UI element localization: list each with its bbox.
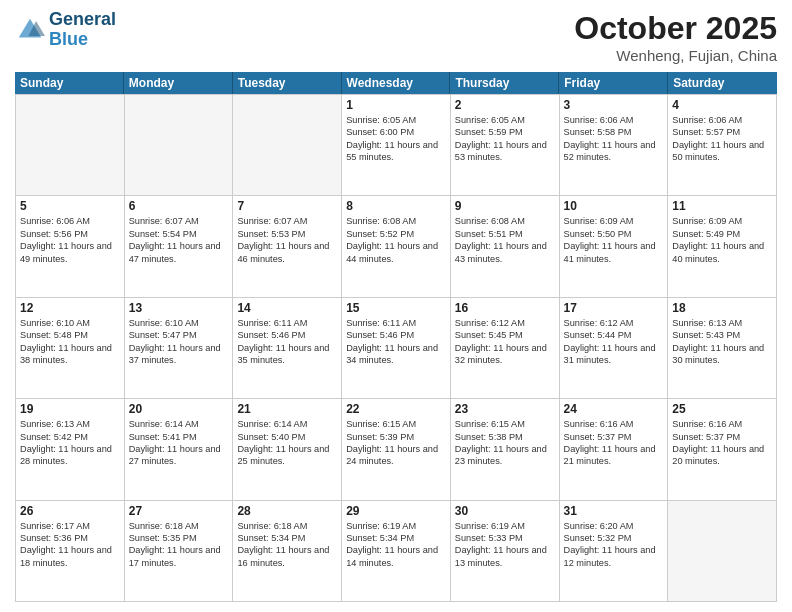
cal-cell-20: 20Sunrise: 6:14 AM Sunset: 5:41 PM Dayli… (125, 399, 234, 500)
day-info: Sunrise: 6:14 AM Sunset: 5:40 PM Dayligh… (237, 418, 337, 468)
day-info: Sunrise: 6:06 AM Sunset: 5:58 PM Dayligh… (564, 114, 664, 164)
day-info: Sunrise: 6:13 AM Sunset: 5:42 PM Dayligh… (20, 418, 120, 468)
day-number: 13 (129, 301, 229, 315)
cal-cell-25: 25Sunrise: 6:16 AM Sunset: 5:37 PM Dayli… (668, 399, 777, 500)
day-number: 7 (237, 199, 337, 213)
day-number: 12 (20, 301, 120, 315)
logo-line1: General (49, 10, 116, 30)
cal-cell-10: 10Sunrise: 6:09 AM Sunset: 5:50 PM Dayli… (560, 196, 669, 297)
day-info: Sunrise: 6:18 AM Sunset: 5:35 PM Dayligh… (129, 520, 229, 570)
day-info: Sunrise: 6:19 AM Sunset: 5:33 PM Dayligh… (455, 520, 555, 570)
cal-cell-12: 12Sunrise: 6:10 AM Sunset: 5:48 PM Dayli… (16, 298, 125, 399)
day-info: Sunrise: 6:16 AM Sunset: 5:37 PM Dayligh… (672, 418, 772, 468)
day-info: Sunrise: 6:19 AM Sunset: 5:34 PM Dayligh… (346, 520, 446, 570)
day-number: 6 (129, 199, 229, 213)
cal-cell-empty-0-1 (125, 95, 234, 196)
cal-cell-24: 24Sunrise: 6:16 AM Sunset: 5:37 PM Dayli… (560, 399, 669, 500)
day-number: 29 (346, 504, 446, 518)
header: General Blue October 2025 Wenheng, Fujia… (15, 10, 777, 64)
day-info: Sunrise: 6:20 AM Sunset: 5:32 PM Dayligh… (564, 520, 664, 570)
cal-cell-4: 4Sunrise: 6:06 AM Sunset: 5:57 PM Daylig… (668, 95, 777, 196)
logo-line2: Blue (49, 30, 116, 50)
day-info: Sunrise: 6:09 AM Sunset: 5:49 PM Dayligh… (672, 215, 772, 265)
day-number: 16 (455, 301, 555, 315)
day-number: 20 (129, 402, 229, 416)
day-info: Sunrise: 6:11 AM Sunset: 5:46 PM Dayligh… (237, 317, 337, 367)
weekday-header-sunday: Sunday (15, 72, 124, 94)
day-info: Sunrise: 6:14 AM Sunset: 5:41 PM Dayligh… (129, 418, 229, 468)
day-number: 5 (20, 199, 120, 213)
month-title: October 2025 (574, 10, 777, 47)
weekday-header-friday: Friday (559, 72, 668, 94)
calendar-body: 1Sunrise: 6:05 AM Sunset: 6:00 PM Daylig… (15, 94, 777, 602)
cal-cell-13: 13Sunrise: 6:10 AM Sunset: 5:47 PM Dayli… (125, 298, 234, 399)
day-number: 4 (672, 98, 772, 112)
cal-cell-19: 19Sunrise: 6:13 AM Sunset: 5:42 PM Dayli… (16, 399, 125, 500)
cal-cell-2: 2Sunrise: 6:05 AM Sunset: 5:59 PM Daylig… (451, 95, 560, 196)
day-info: Sunrise: 6:07 AM Sunset: 5:53 PM Dayligh… (237, 215, 337, 265)
day-number: 14 (237, 301, 337, 315)
day-number: 10 (564, 199, 664, 213)
day-info: Sunrise: 6:07 AM Sunset: 5:54 PM Dayligh… (129, 215, 229, 265)
day-number: 28 (237, 504, 337, 518)
cal-cell-1: 1Sunrise: 6:05 AM Sunset: 6:00 PM Daylig… (342, 95, 451, 196)
cal-cell-26: 26Sunrise: 6:17 AM Sunset: 5:36 PM Dayli… (16, 501, 125, 602)
day-number: 11 (672, 199, 772, 213)
day-number: 8 (346, 199, 446, 213)
cal-cell-16: 16Sunrise: 6:12 AM Sunset: 5:45 PM Dayli… (451, 298, 560, 399)
day-number: 15 (346, 301, 446, 315)
calendar: SundayMondayTuesdayWednesdayThursdayFrid… (15, 72, 777, 602)
cal-cell-empty-0-0 (16, 95, 125, 196)
day-info: Sunrise: 6:13 AM Sunset: 5:43 PM Dayligh… (672, 317, 772, 367)
day-info: Sunrise: 6:18 AM Sunset: 5:34 PM Dayligh… (237, 520, 337, 570)
weekday-header-wednesday: Wednesday (342, 72, 451, 94)
cal-cell-6: 6Sunrise: 6:07 AM Sunset: 5:54 PM Daylig… (125, 196, 234, 297)
day-info: Sunrise: 6:15 AM Sunset: 5:39 PM Dayligh… (346, 418, 446, 468)
logo-text: General Blue (49, 10, 116, 50)
day-info: Sunrise: 6:10 AM Sunset: 5:48 PM Dayligh… (20, 317, 120, 367)
cal-cell-18: 18Sunrise: 6:13 AM Sunset: 5:43 PM Dayli… (668, 298, 777, 399)
day-number: 25 (672, 402, 772, 416)
day-number: 1 (346, 98, 446, 112)
day-number: 31 (564, 504, 664, 518)
day-info: Sunrise: 6:09 AM Sunset: 5:50 PM Dayligh… (564, 215, 664, 265)
day-number: 26 (20, 504, 120, 518)
cal-cell-22: 22Sunrise: 6:15 AM Sunset: 5:39 PM Dayli… (342, 399, 451, 500)
day-info: Sunrise: 6:17 AM Sunset: 5:36 PM Dayligh… (20, 520, 120, 570)
weekday-header-thursday: Thursday (450, 72, 559, 94)
day-info: Sunrise: 6:12 AM Sunset: 5:44 PM Dayligh… (564, 317, 664, 367)
cal-cell-21: 21Sunrise: 6:14 AM Sunset: 5:40 PM Dayli… (233, 399, 342, 500)
weekday-header-monday: Monday (124, 72, 233, 94)
day-number: 24 (564, 402, 664, 416)
logo: General Blue (15, 10, 116, 50)
day-info: Sunrise: 6:16 AM Sunset: 5:37 PM Dayligh… (564, 418, 664, 468)
location: Wenheng, Fujian, China (574, 47, 777, 64)
cal-cell-29: 29Sunrise: 6:19 AM Sunset: 5:34 PM Dayli… (342, 501, 451, 602)
day-number: 17 (564, 301, 664, 315)
logo-icon (15, 15, 45, 45)
calendar-header: SundayMondayTuesdayWednesdayThursdayFrid… (15, 72, 777, 94)
day-number: 2 (455, 98, 555, 112)
day-number: 27 (129, 504, 229, 518)
cal-cell-27: 27Sunrise: 6:18 AM Sunset: 5:35 PM Dayli… (125, 501, 234, 602)
cal-cell-28: 28Sunrise: 6:18 AM Sunset: 5:34 PM Dayli… (233, 501, 342, 602)
cal-cell-empty-0-2 (233, 95, 342, 196)
title-block: October 2025 Wenheng, Fujian, China (574, 10, 777, 64)
day-info: Sunrise: 6:05 AM Sunset: 6:00 PM Dayligh… (346, 114, 446, 164)
day-info: Sunrise: 6:08 AM Sunset: 5:52 PM Dayligh… (346, 215, 446, 265)
day-number: 22 (346, 402, 446, 416)
cal-cell-3: 3Sunrise: 6:06 AM Sunset: 5:58 PM Daylig… (560, 95, 669, 196)
cal-cell-8: 8Sunrise: 6:08 AM Sunset: 5:52 PM Daylig… (342, 196, 451, 297)
cal-cell-11: 11Sunrise: 6:09 AM Sunset: 5:49 PM Dayli… (668, 196, 777, 297)
cal-cell-31: 31Sunrise: 6:20 AM Sunset: 5:32 PM Dayli… (560, 501, 669, 602)
cal-cell-14: 14Sunrise: 6:11 AM Sunset: 5:46 PM Dayli… (233, 298, 342, 399)
cal-cell-15: 15Sunrise: 6:11 AM Sunset: 5:46 PM Dayli… (342, 298, 451, 399)
cal-cell-30: 30Sunrise: 6:19 AM Sunset: 5:33 PM Dayli… (451, 501, 560, 602)
cal-cell-23: 23Sunrise: 6:15 AM Sunset: 5:38 PM Dayli… (451, 399, 560, 500)
day-info: Sunrise: 6:08 AM Sunset: 5:51 PM Dayligh… (455, 215, 555, 265)
cal-cell-17: 17Sunrise: 6:12 AM Sunset: 5:44 PM Dayli… (560, 298, 669, 399)
weekday-header-saturday: Saturday (668, 72, 777, 94)
day-number: 30 (455, 504, 555, 518)
cal-cell-5: 5Sunrise: 6:06 AM Sunset: 5:56 PM Daylig… (16, 196, 125, 297)
day-info: Sunrise: 6:12 AM Sunset: 5:45 PM Dayligh… (455, 317, 555, 367)
